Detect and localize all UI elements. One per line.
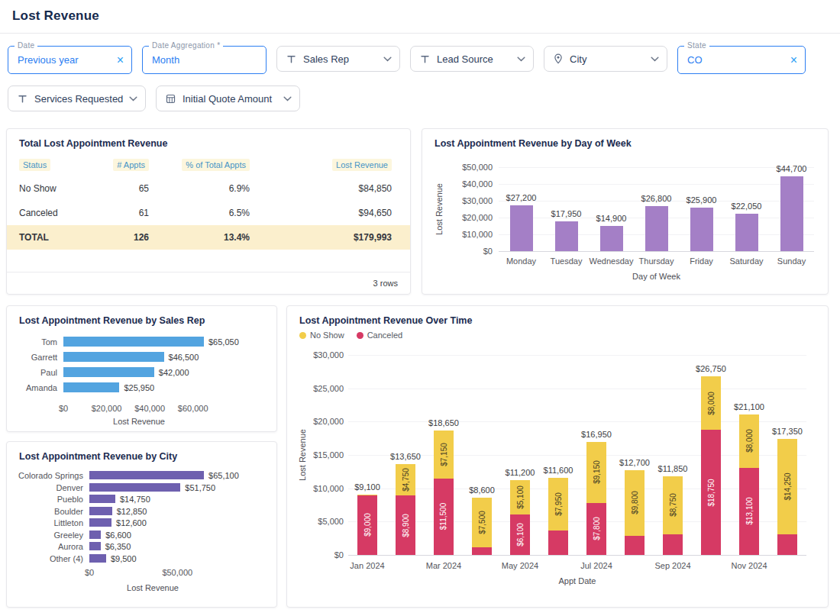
canceled-bar-segment: $13,100 [739,468,759,555]
segment-label: $8,750 [669,493,677,517]
cell-pct: 13.4% [149,232,250,243]
legend-item[interactable]: Canceled [357,331,402,340]
total-label: $9,100 [341,482,394,492]
city-panel: Lost Appointment Revenue by City Colorad… [6,441,277,608]
bar [89,507,112,515]
y-tick-label: $5,000 [304,517,344,526]
text-filter-icon [18,94,27,104]
panel-title: Lost Appointment Revenue Over Time [287,306,828,331]
y-tick-label: $30,000 [304,350,344,360]
cell-appts: 65 [105,183,149,194]
panel-title: Lost Appointment Revenue by Sales Rep [7,306,276,331]
filter-value: Initial Quote Amount [183,93,279,105]
canceled-bar-segment [625,536,645,555]
canceled-bar-segment: $7,800 [586,503,606,555]
segment-label: $7,800 [593,518,601,541]
y-tick-label: $10,000 [304,484,344,493]
filter-state[interactable]: StateCO× [677,46,806,74]
column-header-label[interactable]: Lost Revenue [332,159,392,171]
filter-date[interactable]: DatePrevious year× [8,46,132,74]
bar-value-label: $22,050 [721,202,773,211]
bar [63,382,119,392]
table-footer: 3 rows [7,272,410,294]
x-tick-label: Jul 2024 [570,561,623,570]
cell-revenue: $84,850 [250,183,392,194]
clear-filter-icon[interactable]: × [790,54,797,66]
cell-status: Canceled [19,208,105,218]
segment-label: $8,900 [402,514,410,537]
column-header-label[interactable]: % of Total Appts [182,159,250,171]
no-show-bar-segment: $9,800 [625,470,645,536]
day-of-week-panel: Lost Appointment Revenue by Day of Week … [422,128,829,295]
no-show-bar-segment: $8,750 [663,476,683,534]
row-count: 3 rows [373,279,398,288]
column-header-label[interactable]: Status [19,159,50,171]
gridline [499,184,814,185]
clear-filter-icon[interactable]: × [117,54,124,66]
segment-label: $9,800 [631,492,639,515]
legend-label: No Show [310,331,344,340]
bar-value-label: $6,600 [105,531,131,540]
total-lost-revenue-panel: Total Lost Appointment Revenue Status# A… [6,128,411,295]
bar [89,554,106,563]
table-row: No Show656.9%$84,850 [7,176,410,201]
canceled-bar-segment [777,534,797,555]
canceled-bar-segment: $9,000 [357,495,377,555]
category-label: Colorado Springs [11,471,83,480]
y-tick-label: $15,000 [304,450,344,460]
y-tick-label: $10,000 [451,230,493,239]
canceled-bar-segment: $18,750 [701,430,721,555]
bar [555,221,578,251]
x-tick-label: Sep 2024 [646,561,699,570]
x-axis-label: Lost Revenue [93,417,185,426]
spacer [7,250,410,272]
total-label: $21,100 [722,402,776,411]
filter-city[interactable]: City [544,46,667,72]
filter-floating-label: State [684,41,709,50]
bar [89,483,180,492]
column-header: % of Total Appts [149,159,250,171]
segment-label: $8,000 [707,392,716,415]
filter-date-aggregation[interactable]: Date Aggregation *Month [142,46,267,74]
bar-value-label: $17,950 [541,209,593,218]
total-label: $16,950 [570,430,623,439]
segment-label: $5,100 [516,485,525,509]
filter-initial-quote-amount[interactable]: Initial Quote Amount [156,85,300,111]
filter-services-requested[interactable]: Services Requested [8,85,146,111]
canceled-bar-segment: $8,900 [396,495,415,555]
x-axis-label: Appt Date [539,576,615,585]
no-show-bar-segment: $8,000 [739,414,759,468]
bar [780,176,803,251]
cell-pct: 6.9% [149,183,250,194]
y-axis-label: Lost Revenue [435,183,444,235]
bar-value-label: $14,900 [586,214,638,223]
no-show-bar-segment: $8,000 [701,376,721,430]
x-tick-label: $60,000 [166,404,220,413]
x-tick-label: Sunday [763,256,821,266]
category-label: Other (4) [11,554,83,563]
panel-title: Lost Appointment Revenue by Day of Week [422,129,828,153]
no-show-bar-segment [357,495,377,495]
filter-value: Month [152,54,258,66]
bar-value-label: $9,500 [111,554,137,563]
filter-floating-label: Date Aggregation * [149,41,223,50]
total-label: $11,600 [531,466,585,475]
legend-item[interactable]: No Show [299,331,344,340]
canceled-bar-segment [548,531,568,555]
bar [89,518,111,527]
filter-lead-source[interactable]: Lead Source [410,46,534,72]
y-tick-label: $20,000 [451,213,493,222]
column-header-label[interactable]: # Appts [113,159,149,171]
total-label: $18,650 [417,418,470,427]
filter-sales-rep[interactable]: Sales Rep [276,46,400,72]
legend-label: Canceled [367,331,402,340]
lost-revenue-dashboard: Lost Revenue DatePrevious year×Date Aggr… [0,0,840,616]
category-label: Aurora [11,542,83,551]
total-label: $17,350 [761,427,814,436]
location-pin-icon [554,53,563,64]
filter-value: City [570,53,646,65]
no-show-bar-segment: $9,150 [586,442,606,503]
bar-value-label: $25,900 [676,195,728,205]
category-label: Amanda [13,383,57,392]
column-header: Status [19,159,105,171]
